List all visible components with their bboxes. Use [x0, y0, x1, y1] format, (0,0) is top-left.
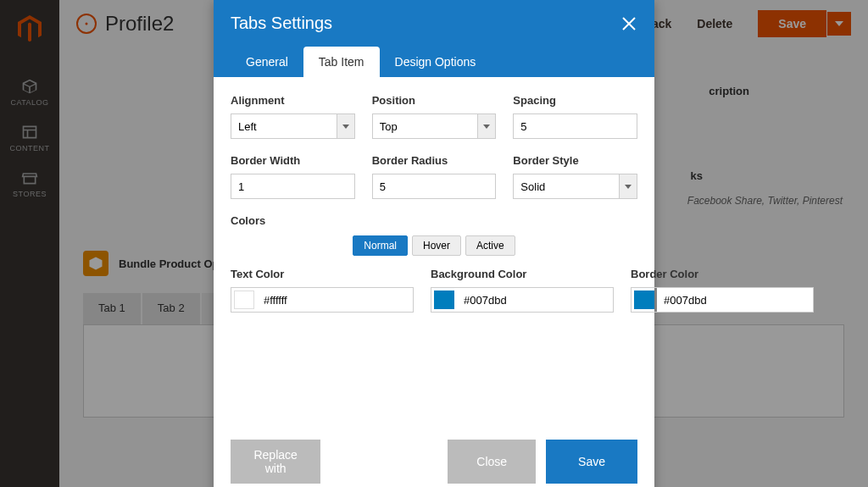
border-color-label: Border Color [631, 268, 814, 280]
text-color-input[interactable] [257, 288, 413, 312]
spacing-label: Spacing [513, 94, 637, 107]
border-style-select[interactable] [513, 174, 619, 199]
alignment-label: Alignment [231, 94, 355, 107]
tabs-settings-modal: Tabs Settings General Tab Item Design Op… [214, 0, 654, 487]
chevron-down-icon[interactable] [337, 113, 355, 139]
position-select[interactable] [372, 113, 478, 139]
border-radius-input[interactable] [372, 174, 497, 199]
close-icon[interactable] [620, 15, 637, 32]
state-tabs: Normal Hover Active [231, 235, 637, 256]
border-color-swatch[interactable] [634, 291, 654, 309]
close-button[interactable]: Close [448, 440, 536, 484]
spacing-input[interactable] [513, 113, 637, 139]
state-tab-active[interactable]: Active [465, 235, 515, 256]
replace-with-button[interactable]: Replace with [231, 440, 320, 484]
text-color-label: Text Color [231, 268, 414, 280]
modal-title: Tabs Settings [231, 14, 332, 33]
alignment-select[interactable] [231, 113, 337, 139]
border-width-label: Border Width [231, 154, 355, 167]
chevron-down-icon[interactable] [619, 174, 637, 199]
state-tab-normal[interactable]: Normal [353, 235, 408, 256]
chevron-down-icon[interactable] [477, 113, 496, 139]
position-label: Position [372, 94, 497, 107]
modal-body: Alignment Position Spacing Bor [214, 77, 654, 429]
background-color-input[interactable] [457, 288, 613, 312]
text-color-swatch[interactable] [234, 291, 254, 309]
border-style-label: Border Style [513, 154, 637, 167]
tab-design-options[interactable]: Design Options [380, 47, 492, 77]
background-color-swatch[interactable] [434, 291, 454, 309]
state-tab-hover[interactable]: Hover [412, 235, 461, 256]
save-button[interactable]: Save [546, 440, 637, 484]
background-color-label: Background Color [431, 268, 614, 280]
colors-section-label: Colors [231, 214, 637, 227]
modal-footer: Replace with Close Save [214, 429, 654, 487]
border-color-input[interactable] [657, 288, 813, 312]
tab-general[interactable]: General [231, 47, 303, 77]
border-radius-label: Border Radius [372, 154, 497, 167]
modal-header: Tabs Settings [214, 0, 654, 47]
tab-tab-item[interactable]: Tab Item [303, 47, 380, 77]
border-width-input[interactable] [231, 174, 355, 199]
modal-tabs: General Tab Item Design Options [214, 47, 654, 77]
